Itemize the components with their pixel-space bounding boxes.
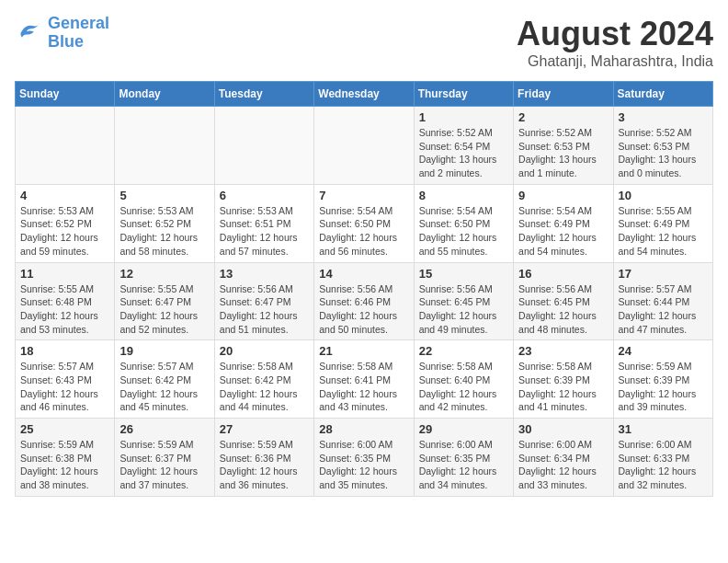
day-number: 6 <box>220 189 309 202</box>
day-info: Sunrise: 5:53 AM Sunset: 6:52 PM Dayligh… <box>20 204 109 259</box>
calendar-cell: 14Sunrise: 5:56 AM Sunset: 6:46 PM Dayli… <box>314 262 414 340</box>
day-info: Sunrise: 5:52 AM Sunset: 6:53 PM Dayligh… <box>619 126 708 180</box>
calendar-cell: 13Sunrise: 5:56 AM Sunset: 6:47 PM Dayli… <box>214 262 313 340</box>
day-number: 10 <box>619 189 708 202</box>
calendar-cell: 16Sunrise: 5:56 AM Sunset: 6:45 PM Dayli… <box>514 262 613 340</box>
day-info: Sunrise: 5:55 AM Sunset: 6:49 PM Dayligh… <box>619 204 708 259</box>
calendar-cell: 31Sunrise: 6:00 AM Sunset: 6:33 PM Dayli… <box>613 419 712 497</box>
day-number: 28 <box>319 422 408 436</box>
title-area: August 2024 Ghatanji, Maharashtra, India <box>517 15 713 70</box>
day-number: 4 <box>20 189 109 202</box>
calendar-week-row: 4Sunrise: 5:53 AM Sunset: 6:52 PM Daylig… <box>16 184 713 262</box>
day-info: Sunrise: 5:56 AM Sunset: 6:45 PM Dayligh… <box>518 282 608 337</box>
calendar-cell: 4Sunrise: 5:53 AM Sunset: 6:52 PM Daylig… <box>16 184 115 262</box>
calendar-cell: 29Sunrise: 6:00 AM Sunset: 6:35 PM Dayli… <box>414 419 513 497</box>
calendar-cell: 21Sunrise: 5:58 AM Sunset: 6:41 PM Dayli… <box>314 340 414 419</box>
day-info: Sunrise: 5:53 AM Sunset: 6:51 PM Dayligh… <box>220 204 309 259</box>
calendar-cell: 25Sunrise: 5:59 AM Sunset: 6:38 PM Dayli… <box>16 419 115 497</box>
day-number: 26 <box>119 422 209 436</box>
calendar-header: SundayMondayTuesdayWednesdayThursdayFrid… <box>16 82 713 107</box>
calendar-cell: 9Sunrise: 5:54 AM Sunset: 6:49 PM Daylig… <box>514 184 613 262</box>
calendar-cell: 1Sunrise: 5:52 AM Sunset: 6:54 PM Daylig… <box>414 107 513 185</box>
day-number: 31 <box>619 422 708 436</box>
calendar-cell: 26Sunrise: 5:59 AM Sunset: 6:37 PM Dayli… <box>115 419 214 497</box>
day-info: Sunrise: 6:00 AM Sunset: 6:34 PM Dayligh… <box>518 438 608 492</box>
calendar-cell: 28Sunrise: 6:00 AM Sunset: 6:35 PM Dayli… <box>314 419 414 497</box>
calendar-cell: 5Sunrise: 5:53 AM Sunset: 6:52 PM Daylig… <box>115 184 214 262</box>
day-info: Sunrise: 6:00 AM Sunset: 6:33 PM Dayligh… <box>619 438 708 492</box>
day-info: Sunrise: 5:55 AM Sunset: 6:47 PM Dayligh… <box>119 282 209 337</box>
day-number: 25 <box>20 422 109 436</box>
calendar-cell: 23Sunrise: 5:58 AM Sunset: 6:39 PM Dayli… <box>514 340 613 419</box>
calendar-cell: 17Sunrise: 5:57 AM Sunset: 6:44 PM Dayli… <box>613 262 712 340</box>
day-number: 18 <box>20 344 109 358</box>
day-number: 12 <box>119 267 209 281</box>
page-header: General Blue August 2024 Ghatanji, Mahar… <box>15 15 713 70</box>
day-info: Sunrise: 6:00 AM Sunset: 6:35 PM Dayligh… <box>419 438 508 492</box>
calendar-cell: 7Sunrise: 5:54 AM Sunset: 6:50 PM Daylig… <box>314 184 414 262</box>
weekday-header: Friday <box>514 82 613 107</box>
day-info: Sunrise: 5:59 AM Sunset: 6:38 PM Dayligh… <box>20 438 109 492</box>
calendar-cell: 27Sunrise: 5:59 AM Sunset: 6:36 PM Dayli… <box>214 419 313 497</box>
calendar-cell: 24Sunrise: 5:59 AM Sunset: 6:39 PM Dayli… <box>613 340 712 419</box>
calendar-cell <box>115 107 214 185</box>
day-info: Sunrise: 5:59 AM Sunset: 6:36 PM Dayligh… <box>220 438 309 492</box>
day-number: 23 <box>518 344 608 358</box>
calendar-cell: 3Sunrise: 5:52 AM Sunset: 6:53 PM Daylig… <box>613 107 712 185</box>
page-title: August 2024 <box>517 15 713 53</box>
calendar-week-row: 25Sunrise: 5:59 AM Sunset: 6:38 PM Dayli… <box>16 419 713 497</box>
day-number: 5 <box>119 189 209 202</box>
calendar-cell: 22Sunrise: 5:58 AM Sunset: 6:40 PM Dayli… <box>414 340 513 419</box>
day-info: Sunrise: 5:54 AM Sunset: 6:50 PM Dayligh… <box>419 204 508 259</box>
calendar-cell <box>314 107 414 185</box>
logo-text: General Blue <box>48 15 109 52</box>
logo: General Blue <box>15 15 109 52</box>
calendar-cell <box>214 107 313 185</box>
day-info: Sunrise: 5:58 AM Sunset: 6:40 PM Dayligh… <box>419 360 508 414</box>
day-number: 3 <box>619 110 708 124</box>
day-number: 20 <box>220 344 309 358</box>
day-info: Sunrise: 5:53 AM Sunset: 6:52 PM Dayligh… <box>119 204 209 259</box>
day-number: 21 <box>319 344 408 358</box>
day-info: Sunrise: 5:59 AM Sunset: 6:37 PM Dayligh… <box>119 438 209 492</box>
day-info: Sunrise: 5:56 AM Sunset: 6:47 PM Dayligh… <box>220 282 309 337</box>
calendar-cell: 10Sunrise: 5:55 AM Sunset: 6:49 PM Dayli… <box>613 184 712 262</box>
weekday-header: Monday <box>115 82 214 107</box>
day-info: Sunrise: 5:57 AM Sunset: 6:43 PM Dayligh… <box>20 360 109 414</box>
calendar-week-row: 1Sunrise: 5:52 AM Sunset: 6:54 PM Daylig… <box>16 107 713 185</box>
day-info: Sunrise: 5:56 AM Sunset: 6:45 PM Dayligh… <box>419 282 508 337</box>
weekday-header: Sunday <box>16 82 115 107</box>
calendar-week-row: 18Sunrise: 5:57 AM Sunset: 6:43 PM Dayli… <box>16 340 713 419</box>
day-info: Sunrise: 5:56 AM Sunset: 6:46 PM Dayligh… <box>319 282 408 337</box>
day-number: 17 <box>619 267 708 281</box>
day-info: Sunrise: 5:57 AM Sunset: 6:44 PM Dayligh… <box>619 282 708 337</box>
day-number: 9 <box>518 189 608 202</box>
day-info: Sunrise: 5:55 AM Sunset: 6:48 PM Dayligh… <box>20 282 109 337</box>
calendar-cell: 15Sunrise: 5:56 AM Sunset: 6:45 PM Dayli… <box>414 262 513 340</box>
day-info: Sunrise: 5:52 AM Sunset: 6:53 PM Dayligh… <box>518 126 608 180</box>
day-number: 30 <box>518 422 608 436</box>
day-info: Sunrise: 5:58 AM Sunset: 6:41 PM Dayligh… <box>319 360 408 414</box>
calendar-body: 1Sunrise: 5:52 AM Sunset: 6:54 PM Daylig… <box>16 107 713 497</box>
day-number: 7 <box>319 189 408 202</box>
calendar-cell: 30Sunrise: 6:00 AM Sunset: 6:34 PM Dayli… <box>514 419 613 497</box>
day-number: 14 <box>319 267 408 281</box>
day-info: Sunrise: 5:57 AM Sunset: 6:42 PM Dayligh… <box>119 360 209 414</box>
calendar-cell <box>16 107 115 185</box>
calendar-week-row: 11Sunrise: 5:55 AM Sunset: 6:48 PM Dayli… <box>16 262 713 340</box>
weekday-header: Wednesday <box>314 82 414 107</box>
calendar-cell: 2Sunrise: 5:52 AM Sunset: 6:53 PM Daylig… <box>514 107 613 185</box>
page-subtitle: Ghatanji, Maharashtra, India <box>517 53 713 70</box>
day-number: 16 <box>518 267 608 281</box>
day-number: 29 <box>419 422 508 436</box>
weekday-header: Saturday <box>613 82 712 107</box>
day-number: 24 <box>619 344 708 358</box>
calendar-table: SundayMondayTuesdayWednesdayThursdayFrid… <box>15 81 713 497</box>
calendar-cell: 12Sunrise: 5:55 AM Sunset: 6:47 PM Dayli… <box>115 262 214 340</box>
calendar-cell: 11Sunrise: 5:55 AM Sunset: 6:48 PM Dayli… <box>16 262 115 340</box>
calendar-cell: 8Sunrise: 5:54 AM Sunset: 6:50 PM Daylig… <box>414 184 513 262</box>
day-info: Sunrise: 5:52 AM Sunset: 6:54 PM Dayligh… <box>419 126 508 180</box>
day-info: Sunrise: 5:58 AM Sunset: 6:42 PM Dayligh… <box>220 360 309 414</box>
day-number: 27 <box>220 422 309 436</box>
day-info: Sunrise: 5:58 AM Sunset: 6:39 PM Dayligh… <box>518 360 608 414</box>
